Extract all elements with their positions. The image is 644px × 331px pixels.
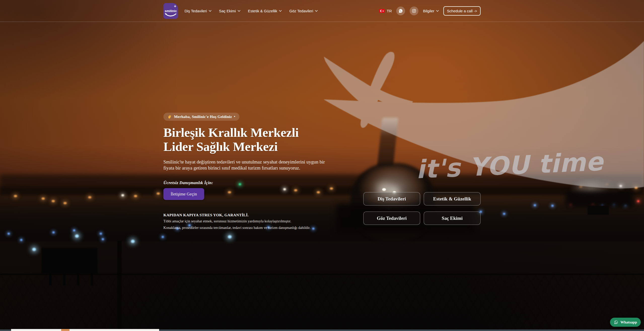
contact-button[interactable]: İletişime Geçin xyxy=(163,188,204,200)
instagram-icon[interactable] xyxy=(410,7,418,15)
guarantee-line: Konaklama, prosedürler sırasında tercüma… xyxy=(163,225,335,230)
nav-item-sac-ekimi[interactable]: Saç Ekimi xyxy=(219,9,240,13)
logo-wordmark: smilinic xyxy=(165,9,177,13)
category-button-goz-tedavileri[interactable]: Göz Tedavileri xyxy=(363,212,420,225)
chevron-down-icon xyxy=(279,10,282,12)
schedule-call-button[interactable]: Schedule a call -> xyxy=(443,6,481,16)
hero-description: Smilinic'te hayat değiştiren tedavileri … xyxy=(163,159,330,171)
category-button-estetik-guzellik[interactable]: Estetik & Güzellik xyxy=(424,192,481,205)
consultation-label: Ücretsiz Danışmanlık İçin: xyxy=(163,180,335,185)
smilinic-landing-page: it's YOU time smilinic + Diş Tedavileri xyxy=(0,0,644,331)
category-button-sac-ekimi[interactable]: Saç Ekimi xyxy=(424,212,481,225)
badge-dot: • xyxy=(234,115,235,119)
bottom-strip xyxy=(0,329,644,331)
page-title: Birleşik Krallık Merkezli Lider Sağlık M… xyxy=(163,126,335,154)
nav-item-bilgiler[interactable]: Bilgiler xyxy=(423,9,439,13)
nav-item-goz-tedavileri[interactable]: Göz Tedavileri xyxy=(289,9,318,13)
guarantee-line: Tıbbi amaçlar için seyahat etmek, soruns… xyxy=(163,219,335,224)
waving-hand-icon xyxy=(167,114,172,119)
welcome-badge-text: Merhaba, Smilinic'e Hoş Geldiniz xyxy=(174,114,232,119)
whatsapp-icon[interactable] xyxy=(396,7,405,15)
site-header: smilinic + Diş Tedavileri Saç Ekimi xyxy=(0,0,644,22)
nav-item-estetik-guzellik[interactable]: Estetik & Güzellik xyxy=(248,9,282,13)
whatsapp-float-label: Whatsapp xyxy=(620,320,637,324)
language-code: TR xyxy=(387,9,392,13)
chevron-down-icon xyxy=(436,10,439,12)
smile-icon xyxy=(165,13,177,17)
whatsapp-icon xyxy=(614,320,618,324)
whatsapp-float-button[interactable]: Whatsapp xyxy=(610,318,641,327)
plus-icon: + xyxy=(174,4,176,8)
chevron-down-icon xyxy=(315,10,318,12)
nav-item-dis-tedavileri[interactable]: Diş Tedavileri xyxy=(185,9,211,13)
main-nav: Diş Tedavileri Saç Ekimi Estetik & Güzel… xyxy=(185,9,318,13)
chevron-down-icon xyxy=(209,10,211,12)
welcome-badge: Merhaba, Smilinic'e Hoş Geldiniz • xyxy=(163,113,239,121)
chevron-down-icon xyxy=(238,10,240,12)
guarantee-title: KAPIDAN KAPIYA STRES YOK, GARANTİLİ. xyxy=(163,213,335,217)
turkish-flag-icon xyxy=(379,9,385,13)
category-button-dis-tedavileri[interactable]: Diş Tedavileri xyxy=(363,192,420,205)
guarantee-block: KAPIDAN KAPIYA STRES YOK, GARANTİLİ. Tıb… xyxy=(163,213,335,230)
smilinic-logo[interactable]: smilinic + xyxy=(163,3,178,19)
category-buttons: Diş Tedavileri Estetik & Güzellik Göz Te… xyxy=(363,192,481,225)
language-switcher[interactable]: TR xyxy=(379,9,392,13)
